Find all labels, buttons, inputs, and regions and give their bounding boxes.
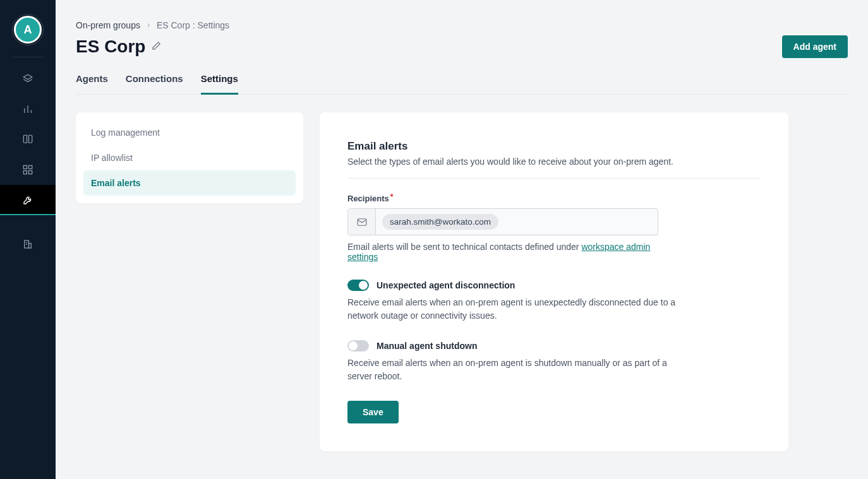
layers-icon: [22, 73, 33, 85]
svg-rect-9: [29, 244, 32, 249]
rail-item-library[interactable]: [0, 124, 56, 155]
grid-icon: [22, 164, 33, 175]
avatar-container: A: [0, 0, 56, 57]
rail-item-org[interactable]: [0, 229, 56, 259]
svg-marker-0: [23, 74, 32, 80]
section-divider: [347, 178, 761, 179]
toggle-row-disconnection: Unexpected agent disconnection: [347, 280, 682, 291]
recipients-label: Recipients: [347, 194, 389, 203]
avatar-outer-ring: A: [12, 14, 44, 45]
tab-connections[interactable]: Connections: [126, 73, 183, 95]
settings-sidebar: Log management IP allowlist Email alerts: [76, 112, 303, 203]
chevron-right-icon: [145, 20, 152, 30]
toggle-label-shutdown: Manual agent shutdown: [377, 341, 477, 351]
required-asterisk: *: [390, 192, 394, 201]
sidebar-item-ip-allowlist[interactable]: IP allowlist: [83, 145, 296, 170]
rail-divider: [13, 57, 43, 57]
title-row: ES Corp Add agent: [76, 35, 848, 58]
bar-chart-icon: [22, 103, 33, 115]
avatar-letter: A: [24, 23, 32, 37]
tab-agents[interactable]: Agents: [76, 73, 108, 95]
svg-rect-6: [23, 171, 27, 174]
rail-item-stack[interactable]: [0, 64, 56, 94]
svg-rect-12: [358, 218, 366, 225]
mail-icon: [348, 209, 376, 235]
toggle-row-shutdown: Manual agent shutdown: [347, 340, 682, 352]
content-grid: Log management IP allowlist Email alerts…: [76, 112, 848, 451]
page-title: ES Corp: [76, 37, 145, 57]
workspace-avatar[interactable]: A: [14, 16, 42, 44]
tab-settings[interactable]: Settings: [201, 73, 238, 95]
settings-panel: Email alerts Select the types of email a…: [320, 112, 788, 451]
sidebar-item-log-management[interactable]: Log management: [83, 120, 296, 145]
toggle-manual-shutdown[interactable]: [347, 340, 369, 352]
breadcrumb: On-prem groups ES Corp : Settings: [76, 20, 848, 30]
rail-item-tools[interactable]: [0, 185, 56, 215]
breadcrumb-current: ES Corp : Settings: [157, 20, 229, 30]
wrench-icon: [22, 194, 33, 206]
section-subtitle: Select the types of email alerts you wou…: [347, 157, 761, 167]
add-agent-button[interactable]: Add agent: [782, 35, 848, 58]
title-left: ES Corp: [76, 37, 161, 57]
building-icon: [22, 239, 33, 250]
toggle-unexpected-disconnection[interactable]: [347, 280, 369, 291]
rail-item-analytics[interactable]: [0, 94, 56, 124]
book-open-icon: [22, 134, 33, 145]
toggle-knob: [359, 281, 368, 290]
recipients-help-text: Email alerts will be sent to technical c…: [347, 242, 658, 262]
toggle-block-shutdown: Manual agent shutdown Receive email aler…: [347, 340, 682, 383]
tabs: Agents Connections Settings: [76, 73, 848, 95]
main-content: On-prem groups ES Corp : Settings ES Cor…: [56, 0, 868, 479]
recipients-input[interactable]: sarah.smith@workato.com: [347, 208, 658, 235]
toggle-block-disconnection: Unexpected agent disconnection Receive e…: [347, 280, 682, 322]
recipients-label-row: Recipients *: [347, 194, 761, 203]
left-nav-rail: A: [0, 0, 56, 479]
toggle-label-disconnection: Unexpected agent disconnection: [377, 280, 515, 290]
toggle-knob: [349, 341, 358, 350]
toggle-desc-shutdown: Receive email alerts when an on-prem age…: [347, 357, 682, 383]
toggle-desc-disconnection: Receive email alerts when an on-prem age…: [347, 296, 682, 322]
save-button[interactable]: Save: [347, 401, 399, 423]
section-title: Email alerts: [347, 140, 761, 153]
svg-rect-4: [23, 165, 27, 169]
pencil-icon[interactable]: [152, 41, 161, 53]
rail-items: [0, 64, 56, 259]
svg-rect-5: [29, 165, 32, 169]
sidebar-item-email-alerts[interactable]: Email alerts: [83, 170, 296, 196]
help-text-prefix: Email alerts will be sent to technical c…: [347, 242, 581, 252]
svg-rect-7: [29, 171, 32, 174]
recipient-chip[interactable]: sarah.smith@workato.com: [382, 214, 498, 230]
rail-item-apps[interactable]: [0, 155, 56, 185]
breadcrumb-root[interactable]: On-prem groups: [76, 20, 140, 30]
recipients-input-body[interactable]: sarah.smith@workato.com: [376, 209, 658, 235]
